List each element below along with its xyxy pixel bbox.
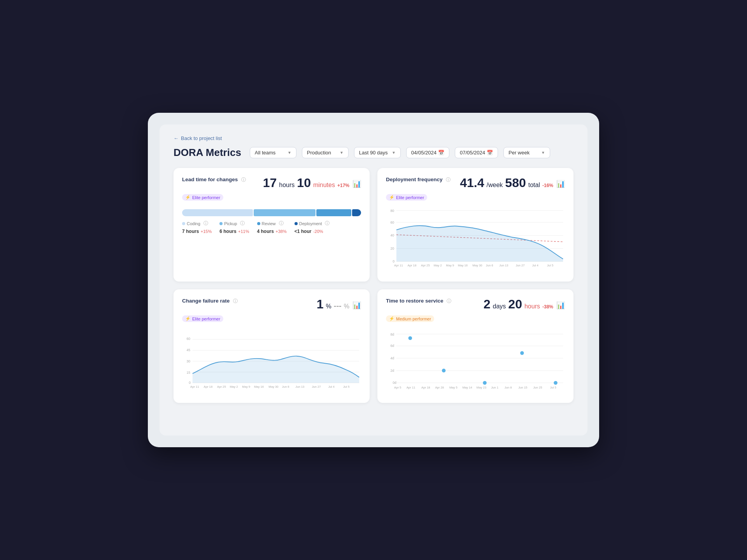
restore-service-secondary-unit: hours xyxy=(524,303,540,310)
restore-service-title: Time to restore service xyxy=(386,298,444,304)
svg-text:Apr 11: Apr 11 xyxy=(394,264,403,267)
review-label: Review xyxy=(262,221,276,226)
svg-text:Jun 1: Jun 1 xyxy=(491,386,498,389)
granularity-filter[interactable]: Per week ▼ xyxy=(503,147,550,158)
back-arrow-icon: ← xyxy=(174,135,179,141)
legend-deployment: Deployment ⓘ <1 hour -20% xyxy=(295,220,330,234)
change-failure-chart-icon[interactable]: 📊 xyxy=(352,301,361,310)
device-frame: ← Back to project list DORA Metrics All … xyxy=(148,113,599,447)
environment-filter[interactable]: Production ▼ xyxy=(302,147,349,158)
svg-text:May 23: May 23 xyxy=(477,386,486,389)
lead-time-chart-icon[interactable]: 📊 xyxy=(352,180,361,188)
svg-text:Apr 28: Apr 28 xyxy=(435,386,444,389)
teams-filter[interactable]: All teams ▼ xyxy=(250,147,296,158)
change-failure-chart: 0 15 30 45 60 Apr 11 Apr xyxy=(182,327,361,395)
svg-text:Jun 27: Jun 27 xyxy=(516,264,525,267)
svg-text:6d: 6d xyxy=(391,344,395,348)
environment-chevron-icon: ▼ xyxy=(340,150,344,155)
lead-time-change: +17% xyxy=(337,183,349,188)
granularity-filter-value: Per week xyxy=(509,150,530,156)
lead-time-info-icon[interactable]: ⓘ xyxy=(241,177,246,182)
deployment-freq-controls: 41.4 /week 580 total -16% 📊 xyxy=(460,176,565,192)
restore-service-badge: ⚡ Medium performer xyxy=(386,315,434,322)
date-from-value: 04/05/2024 xyxy=(411,150,437,156)
lead-time-values: 17 hours 10 minutes +17% xyxy=(263,176,349,190)
bar-coding xyxy=(182,209,253,216)
calendar-to-icon: 📅 xyxy=(487,150,493,156)
change-failure-card: Change failure rate ⓘ 1 % --- % 📊 xyxy=(174,289,370,403)
date-from-filter[interactable]: 04/05/2024 📅 xyxy=(406,147,449,158)
change-failure-title: Change failure rate xyxy=(182,298,230,304)
deployment-freq-header: Deployment frequency ⓘ 41.4 /week 580 to… xyxy=(386,176,565,192)
restore-service-svg: 0d 2d 4d 6d 8d xyxy=(386,327,565,394)
scatter-dot-3 xyxy=(483,381,487,385)
svg-text:2d: 2d xyxy=(391,369,395,373)
bar-review xyxy=(316,209,352,216)
date-to-filter[interactable]: 07/05/2024 📅 xyxy=(455,147,498,158)
svg-text:0: 0 xyxy=(393,259,395,263)
deployment-freq-svg: 0 20 40 60 80 xyxy=(386,206,565,272)
pickup-value: 6 hours xyxy=(219,229,236,234)
lead-time-title: Lead time for changes xyxy=(182,177,238,182)
period-filter-value: Last 90 days xyxy=(359,150,388,156)
svg-text:Jun 13: Jun 13 xyxy=(499,264,508,267)
change-failure-svg: 0 15 30 45 60 Apr 11 Apr xyxy=(182,327,361,394)
coding-label: Coding xyxy=(187,221,200,226)
restore-service-badge-label: Medium performer xyxy=(396,317,431,321)
svg-text:May 30: May 30 xyxy=(268,385,278,388)
svg-text:20: 20 xyxy=(391,247,395,250)
restore-service-info-icon[interactable]: ⓘ xyxy=(447,298,451,304)
legend-coding: Coding ⓘ 7 hours +15% xyxy=(182,220,212,234)
deployment-freq-title: Deployment frequency xyxy=(386,177,443,182)
change-failure-title-group: Change failure rate ⓘ xyxy=(182,297,238,304)
svg-text:Jul 5: Jul 5 xyxy=(550,386,556,389)
svg-text:Jul 5: Jul 5 xyxy=(343,385,349,388)
review-change: +38% xyxy=(275,229,286,234)
svg-text:May 5: May 5 xyxy=(449,386,458,389)
svg-text:May 2: May 2 xyxy=(230,385,238,388)
deployment-change: -20% xyxy=(313,229,323,234)
change-failure-badge-icon: ⚡ xyxy=(185,316,191,321)
lead-time-title-group: Lead time for changes ⓘ xyxy=(182,176,246,183)
deployment-freq-badge-label: Elite performer xyxy=(396,195,424,200)
svg-text:Apr 5: Apr 5 xyxy=(394,386,401,389)
lead-time-primary-unit: hours xyxy=(279,182,295,189)
pickup-info-icon[interactable]: ⓘ xyxy=(240,220,245,227)
review-value: 4 hours xyxy=(257,229,274,234)
header-row: DORA Metrics All teams ▼ Production ▼ La… xyxy=(174,147,573,159)
deployment-freq-chart: 0 20 40 60 80 xyxy=(386,206,565,274)
deployment-dot xyxy=(295,222,298,225)
svg-text:4d: 4d xyxy=(391,356,395,360)
deployment-info-icon[interactable]: ⓘ xyxy=(325,220,330,227)
svg-text:May 16: May 16 xyxy=(254,385,264,388)
deployment-freq-info-icon[interactable]: ⓘ xyxy=(446,177,451,182)
environment-filter-value: Production xyxy=(307,150,331,156)
change-failure-values: 1 % --- % xyxy=(317,297,349,312)
svg-text:Jun 27: Jun 27 xyxy=(312,385,321,388)
review-values: 4 hours +38% xyxy=(257,228,287,234)
calendar-from-icon: 📅 xyxy=(438,150,444,156)
change-failure-badge-label: Elite performer xyxy=(192,317,220,321)
lead-time-badge-icon: ⚡ xyxy=(185,195,191,200)
back-link[interactable]: ← Back to project list xyxy=(174,135,573,141)
change-failure-secondary: --- xyxy=(334,301,342,310)
svg-text:60: 60 xyxy=(187,337,191,341)
period-filter[interactable]: Last 90 days ▼ xyxy=(354,147,401,158)
svg-text:Jul 5: Jul 5 xyxy=(547,264,553,267)
coding-info-icon[interactable]: ⓘ xyxy=(203,220,208,227)
svg-text:Apr 11: Apr 11 xyxy=(190,385,199,388)
back-link-label: Back to project list xyxy=(181,135,222,141)
lead-time-badge: ⚡ Elite performer xyxy=(182,194,223,201)
restore-service-change: -38% xyxy=(542,304,553,310)
change-failure-info-icon[interactable]: ⓘ xyxy=(233,298,238,304)
lead-time-controls: 17 hours 10 minutes +17% 📊 xyxy=(263,176,361,192)
deployment-freq-change: -16% xyxy=(542,183,553,188)
lead-time-primary: 17 xyxy=(263,176,277,190)
deployment-freq-chart-icon[interactable]: 📊 xyxy=(556,180,565,188)
review-info-icon[interactable]: ⓘ xyxy=(279,220,284,227)
deployment-freq-card: Deployment frequency ⓘ 41.4 /week 580 to… xyxy=(377,168,573,282)
granularity-chevron-icon: ▼ xyxy=(541,150,545,155)
svg-text:8d: 8d xyxy=(391,332,395,336)
lead-time-secondary-unit: minutes xyxy=(313,182,335,189)
restore-service-chart-icon[interactable]: 📊 xyxy=(556,301,565,310)
